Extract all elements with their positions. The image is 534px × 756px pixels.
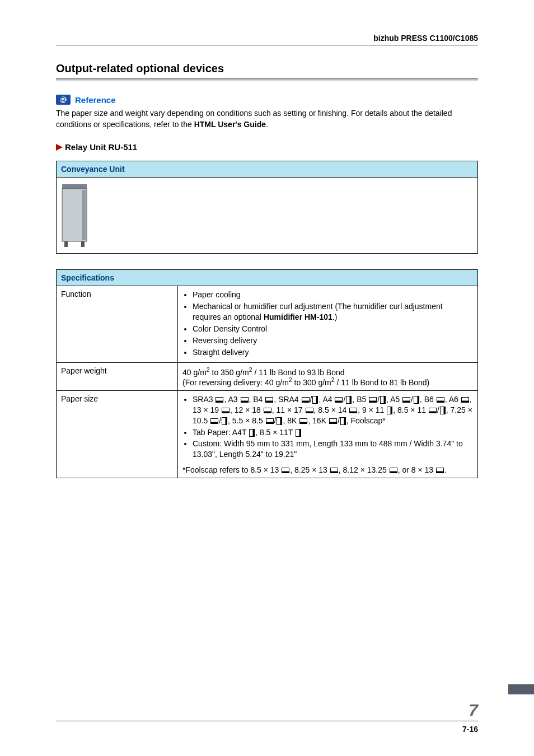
svg-rect-62 bbox=[344, 417, 345, 424]
spec-value: 40 g/m2 to 350 g/m2 / 11 lb Bond to 93 l… bbox=[178, 362, 478, 390]
list-item: SRA3 , A3 , B4 , SRA4 /, A4 /, B5 /, A5 … bbox=[193, 394, 473, 426]
svg-rect-20 bbox=[335, 401, 343, 403]
list-item: Straight delivery bbox=[193, 347, 473, 358]
spec-label: Paper weight bbox=[57, 362, 178, 390]
svg-rect-50 bbox=[211, 422, 218, 423]
text-bold: Humidifier HM-101 bbox=[264, 312, 332, 321]
text: . bbox=[444, 465, 447, 474]
footer: 7 7-16 bbox=[56, 701, 478, 734]
svg-rect-66 bbox=[299, 429, 301, 436]
conveyance-image-cell bbox=[57, 178, 478, 254]
spec-value: SRA3 , A3 , B4 , SRA4 /, A4 /, B5 /, A5 … bbox=[178, 390, 478, 478]
relay-unit-image bbox=[61, 181, 90, 248]
specifications-header: Specifications bbox=[57, 270, 478, 286]
text: .) bbox=[332, 312, 338, 321]
text: , 8.25 × 13 bbox=[290, 465, 329, 474]
reference-row: Reference bbox=[56, 95, 478, 105]
svg-rect-72 bbox=[390, 472, 397, 473]
svg-marker-3 bbox=[56, 144, 63, 151]
spec-label: Paper size bbox=[57, 390, 178, 478]
svg-rect-22 bbox=[350, 396, 352, 404]
svg-rect-56 bbox=[280, 417, 282, 424]
svg-rect-10 bbox=[216, 401, 223, 403]
footer-rule bbox=[56, 721, 478, 721]
svg-rect-68 bbox=[282, 472, 289, 473]
text: *Foolscap refers to 8.5 × 13 bbox=[182, 465, 281, 474]
text: (For reversing delivery: 40 g/m bbox=[182, 378, 289, 387]
text: to 300 g/m bbox=[292, 378, 331, 387]
text: , or 8 × 13 bbox=[398, 465, 435, 474]
svg-rect-4 bbox=[62, 184, 87, 189]
svg-rect-38 bbox=[264, 412, 271, 413]
spec-label: Function bbox=[57, 286, 178, 362]
header-rule bbox=[56, 45, 478, 45]
text: 40 g/m bbox=[182, 367, 207, 376]
list-item: Color Density Control bbox=[193, 324, 473, 334]
svg-rect-6 bbox=[82, 190, 86, 240]
reference-text: The paper size and weight vary depending… bbox=[56, 108, 478, 130]
list-item: Mechanical or humidifier curl adjustment… bbox=[193, 301, 473, 323]
svg-rect-54 bbox=[266, 422, 273, 423]
text: , 8.12 × 13.25 bbox=[339, 465, 389, 474]
svg-rect-14 bbox=[266, 401, 273, 403]
header-product: bizhub PRESS C1100/C1085 bbox=[56, 34, 478, 43]
svg-rect-60 bbox=[329, 422, 336, 423]
text: , 8.5 × 11T bbox=[255, 428, 295, 437]
svg-rect-24 bbox=[369, 401, 377, 403]
reference-text-bold: HTML User's Guide bbox=[194, 120, 266, 129]
svg-rect-8 bbox=[81, 241, 85, 247]
svg-rect-32 bbox=[437, 401, 444, 403]
chapter-number: 7 bbox=[56, 701, 478, 720]
text: Tab Paper: A4T bbox=[193, 428, 249, 437]
svg-rect-26 bbox=[384, 396, 386, 404]
specifications-table: Specifications Function Paper cooling Me… bbox=[56, 269, 478, 478]
svg-rect-18 bbox=[316, 396, 318, 404]
list-item: Reversing delivery bbox=[193, 335, 473, 346]
table-row: Paper weight 40 g/m2 to 350 g/m2 / 11 lb… bbox=[57, 362, 478, 390]
svg-rect-28 bbox=[403, 401, 410, 403]
spec-value: Paper cooling Mechanical or humidifier c… bbox=[178, 286, 478, 362]
svg-rect-44 bbox=[391, 407, 392, 414]
svg-rect-12 bbox=[241, 401, 248, 403]
section-title: Output-related optional devices bbox=[56, 62, 478, 75]
page-number: 7-16 bbox=[56, 725, 478, 734]
subsection-title: Relay Unit RU-511 bbox=[65, 142, 137, 152]
triangle-icon bbox=[56, 144, 63, 151]
reference-label: Reference bbox=[75, 95, 116, 105]
side-tab bbox=[508, 684, 534, 694]
svg-rect-46 bbox=[429, 412, 436, 413]
svg-rect-64 bbox=[253, 429, 255, 436]
conveyance-header: Conveyance Unit bbox=[57, 161, 478, 178]
foolscap-note: *Foolscap refers to 8.5 × 13 , 8.25 × 13… bbox=[182, 465, 473, 474]
svg-rect-30 bbox=[417, 396, 419, 404]
list-item: Paper cooling bbox=[193, 290, 473, 300]
svg-rect-58 bbox=[300, 422, 307, 423]
reference-icon bbox=[56, 95, 71, 105]
svg-rect-7 bbox=[64, 241, 68, 247]
text: / 11 lb Bond to 93 lb Bond bbox=[252, 367, 345, 376]
svg-rect-48 bbox=[443, 407, 445, 414]
subsection-heading: Relay Unit RU-511 bbox=[56, 142, 478, 152]
svg-rect-52 bbox=[226, 417, 227, 424]
svg-rect-42 bbox=[350, 412, 357, 413]
conveyance-table: Conveyance Unit bbox=[56, 161, 478, 254]
svg-rect-36 bbox=[222, 412, 229, 413]
svg-rect-16 bbox=[302, 401, 309, 403]
svg-rect-74 bbox=[436, 472, 443, 473]
table-row: Paper size SRA3 , A3 , B4 , SRA4 /, A4 /… bbox=[57, 390, 478, 478]
reference-text-after: . bbox=[266, 120, 268, 129]
list-item: Custom: Width 95 mm to 331 mm, Length 13… bbox=[193, 438, 473, 460]
section-underline bbox=[56, 78, 478, 81]
page: bizhub PRESS C1100/C1085 Output-related … bbox=[0, 0, 534, 756]
table-row: Function Paper cooling Mechanical or hum… bbox=[57, 286, 478, 362]
svg-rect-70 bbox=[330, 472, 338, 473]
text: / 11 lb Bond to 81 lb Bond) bbox=[335, 378, 430, 387]
svg-rect-40 bbox=[306, 412, 313, 413]
svg-rect-34 bbox=[461, 401, 469, 403]
list-item: Tab Paper: A4T , 8.5 × 11T bbox=[193, 427, 473, 438]
text: to 350 g/m bbox=[210, 367, 249, 376]
